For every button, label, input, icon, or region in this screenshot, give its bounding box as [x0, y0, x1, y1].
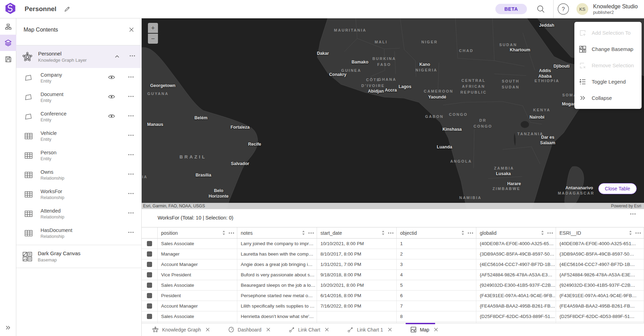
column-header-objectid[interactable]: objectid: [397, 227, 476, 238]
row-checkbox[interactable]: [147, 272, 152, 277]
column-header-globalid[interactable]: globalid: [476, 227, 556, 238]
sort-icon[interactable]: [382, 231, 385, 235]
column-header-start_date[interactable]: start_date: [317, 227, 397, 238]
table-row[interactable]: Account ManagerAngie does a great job br…: [142, 259, 644, 270]
zoom-in-button[interactable]: +: [148, 23, 158, 33]
layer-row-hasdocument[interactable]: HasDocumentRelationship: [16, 223, 141, 243]
column-options-icon[interactable]: [635, 232, 641, 234]
sort-icon[interactable]: [302, 231, 305, 235]
layer-options-icon[interactable]: [128, 96, 134, 97]
layer-row-company[interactable]: CompanyEntity: [16, 68, 141, 87]
table-row[interactable]: PresidentPersephone started new metal o……: [142, 291, 644, 301]
menu-item-toggle-legend[interactable]: Toggle Legend: [574, 74, 642, 90]
layer-name: Company: [41, 72, 62, 78]
table-cell: Persephone started new metal o…: [237, 291, 317, 301]
sort-icon[interactable]: [461, 231, 464, 235]
layer-row-conference[interactable]: ConferenceEntity: [16, 107, 141, 126]
table-cell: {40DE0B7A-EF0E-4000-A325-651…: [556, 239, 644, 249]
column-options-icon[interactable]: [547, 232, 553, 234]
column-options-icon[interactable]: [468, 232, 473, 234]
layer-row-person[interactable]: PersonEntity: [16, 146, 141, 165]
rail-item-layers[interactable]: [0, 35, 16, 51]
map-view[interactable]: MAURITANIAMALINIGERSUDANCHADBURKINA FASO…: [142, 18, 644, 209]
column-header-position[interactable]: position: [158, 227, 237, 238]
tab-link-chart-1[interactable]: Link Chart 1: [340, 323, 403, 336]
visibility-eye-icon[interactable]: [108, 94, 115, 99]
layer-options-icon[interactable]: [128, 135, 134, 136]
column-header-notes[interactable]: notes: [237, 227, 317, 238]
layer-options-icon[interactable]: [128, 76, 134, 78]
zoom-out-button[interactable]: −: [148, 34, 158, 44]
table-row[interactable]: Sales AssociateBeauregard sleeps on the …: [142, 280, 644, 291]
layer-options-icon[interactable]: [128, 193, 134, 194]
table-cell: Henrietta doesn't know what she'…: [237, 311, 317, 321]
tab-link-chart[interactable]: Link Chart: [281, 323, 340, 336]
layer-options-icon[interactable]: [128, 212, 134, 214]
column-header-esri__id[interactable]: ESRI__ID: [556, 227, 644, 238]
table-cell: 7/16/2022, 8:00 PM: [317, 301, 397, 311]
tab-knowledge-graph[interactable]: Knowledge Graph: [144, 323, 221, 336]
layer-group-personnel[interactable]: Personnel Knowledge Graph Layer: [16, 45, 141, 68]
layer-group-name: Personnel: [38, 51, 87, 57]
expand-rail-button[interactable]: [0, 323, 16, 333]
visibility-eye-icon[interactable]: [108, 75, 115, 80]
close-table-button[interactable]: Close Table: [598, 183, 637, 194]
menu-item-change-basemap[interactable]: Change Basemap: [574, 41, 642, 57]
table-row[interactable]: Sales AssociateHenrietta doesn't know wh…: [142, 311, 644, 322]
layer-row-document[interactable]: DocumentEntity: [16, 87, 141, 107]
row-checkbox[interactable]: [147, 262, 152, 267]
close-tab-icon[interactable]: [266, 328, 270, 331]
layer-options-icon[interactable]: [128, 173, 134, 175]
sort-icon[interactable]: [629, 231, 632, 235]
close-tab-icon[interactable]: [206, 328, 210, 331]
close-panel-icon[interactable]: [129, 27, 134, 32]
help-icon[interactable]: ?: [557, 3, 570, 15]
sort-icon[interactable]: [541, 231, 544, 235]
layer-options-icon[interactable]: [128, 115, 134, 117]
layer-group-options-icon[interactable]: [130, 55, 135, 57]
table-row[interactable]: Vice PresidentBuford is very passionate …: [142, 270, 644, 280]
table-options-icon[interactable]: [630, 213, 636, 215]
close-tab-icon[interactable]: [434, 328, 438, 331]
layer-type: Entity: [41, 118, 67, 122]
visibility-eye-icon[interactable]: [108, 114, 115, 119]
table-row[interactable]: Account ManagerLilith specifically sells…: [142, 301, 644, 311]
chevron-up-icon[interactable]: [115, 55, 119, 58]
dashboard-icon: [228, 327, 234, 333]
search-icon[interactable]: [535, 3, 547, 15]
layer-options-icon[interactable]: [128, 154, 134, 155]
menu-item-collapse[interactable]: Collapse: [574, 90, 642, 106]
edit-title-icon[interactable]: [64, 6, 70, 12]
close-tab-icon[interactable]: [388, 328, 392, 331]
row-checkbox[interactable]: [147, 251, 152, 257]
column-options-icon[interactable]: [388, 232, 394, 234]
rail-item-hierarchy[interactable]: [0, 18, 16, 35]
column-options-icon[interactable]: [229, 232, 234, 234]
close-tab-icon[interactable]: [325, 328, 329, 331]
layer-row-worksfor[interactable]: WorksForRelationship: [16, 184, 141, 204]
tab-map[interactable]: Map: [403, 323, 449, 336]
knowledge-graph-layer-icon: [22, 52, 33, 62]
layer-row-vehicle[interactable]: VehicleEntity: [16, 126, 141, 146]
layer-options-icon[interactable]: [128, 232, 134, 233]
tab-dashboard[interactable]: Dashboard: [221, 323, 281, 336]
rail-item-save[interactable]: [0, 51, 16, 67]
column-options-icon[interactable]: [308, 232, 314, 234]
sort-icon[interactable]: [222, 231, 225, 235]
table-row[interactable]: Sales AssociateLarry joined the company …: [142, 239, 644, 249]
layer-row-attended[interactable]: AttendedRelationship: [16, 204, 141, 223]
row-checkbox[interactable]: [147, 303, 152, 309]
row-select-cell: [142, 301, 158, 311]
avatar[interactable]: KS: [576, 3, 588, 15]
row-checkbox[interactable]: [147, 293, 152, 298]
user-block[interactable]: Knowledge Studio publisher2: [593, 3, 638, 15]
basemap-row[interactable]: Dark Gray Canvas Basemap: [16, 245, 141, 268]
table-row[interactable]: ManagerLauretta has been with the comp…8…: [142, 249, 644, 259]
table-cell: {D25F8DCF-62DC-4D53-889F-51…: [476, 311, 556, 321]
layer-row-owns[interactable]: OwnsRelationship: [16, 165, 141, 184]
row-checkbox[interactable]: [147, 314, 152, 319]
app-logo-icon[interactable]: [5, 2, 16, 16]
row-checkbox[interactable]: [147, 241, 152, 246]
row-checkbox[interactable]: [147, 283, 152, 288]
layer-type: Entity: [41, 79, 62, 84]
